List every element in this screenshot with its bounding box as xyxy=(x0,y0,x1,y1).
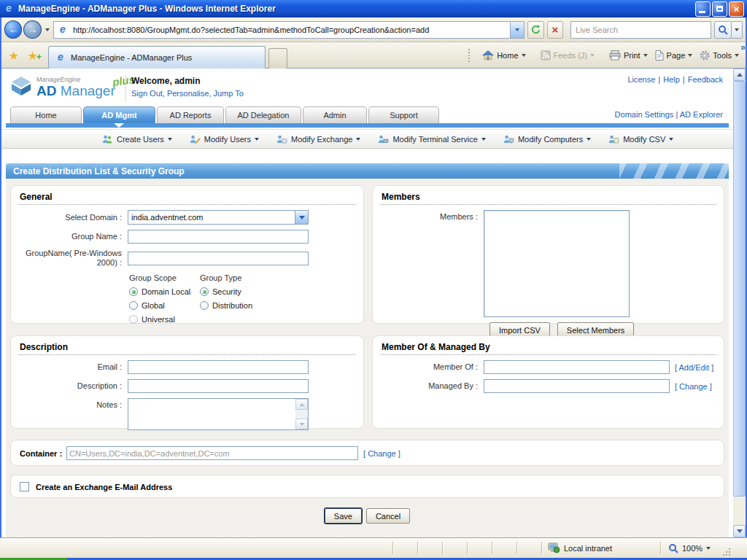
status-cell xyxy=(393,538,417,558)
arrow-down-icon xyxy=(300,423,304,426)
minimize-icon xyxy=(699,11,705,13)
top-links: License|Help|Feedback xyxy=(627,75,723,84)
tab-ad-reports[interactable]: AD Reports xyxy=(157,106,224,123)
radio-universal[interactable]: Universal xyxy=(129,315,200,324)
radio-icon[interactable] xyxy=(200,287,209,296)
print-button[interactable]: Print xyxy=(605,50,651,61)
search-dropdown-button[interactable] xyxy=(732,21,743,39)
active-tab-notch xyxy=(114,123,124,128)
container-change-link[interactable]: [ Change ] xyxy=(363,449,400,458)
menu-label: Create Users xyxy=(117,135,164,144)
radio-domain-local[interactable]: Domain Local xyxy=(129,287,200,296)
chevron-down-icon xyxy=(688,54,692,57)
select-domain-dropdown[interactable]: india.adventnet.com xyxy=(128,210,309,225)
chevron-down-icon xyxy=(255,138,259,141)
forward-button[interactable] xyxy=(23,20,41,39)
general-title: General xyxy=(11,186,363,204)
scrollbar-up-button[interactable] xyxy=(733,69,746,81)
menu-modify-computers[interactable]: Modify Computers xyxy=(503,135,591,144)
menu-create-users[interactable]: Create Users xyxy=(102,135,172,144)
save-button[interactable]: Save xyxy=(325,508,362,524)
toolbar-drag-handle[interactable] xyxy=(468,49,471,62)
textarea-scrollbar xyxy=(295,399,308,429)
address-bar-row xyxy=(0,18,747,42)
session-links[interactable]: Sign Out, Personalise, Jump To xyxy=(131,89,244,98)
toolbar-more-button[interactable]: » xyxy=(740,42,746,52)
resize-grip[interactable] xyxy=(722,548,732,557)
new-tab-button[interactable] xyxy=(268,48,287,69)
feeds-button[interactable]: Feeds (J) xyxy=(537,50,598,61)
radio-icon[interactable] xyxy=(129,315,138,324)
minimize-button[interactable] xyxy=(695,1,711,17)
maximize-button[interactable] xyxy=(712,1,727,17)
radio-distribution[interactable]: Distribution xyxy=(200,301,252,310)
feedback-link[interactable]: Feedback xyxy=(688,75,723,84)
menu-modify-exchange[interactable]: Modify Exchange xyxy=(276,135,360,144)
scrollbar-thumb[interactable] xyxy=(733,81,746,497)
menu-modify-terminal-service[interactable]: Modify Terminal Service xyxy=(378,135,486,144)
feeds-label: Feeds (J) xyxy=(554,51,587,60)
radio-icon[interactable] xyxy=(200,301,209,310)
link-separator: | xyxy=(683,75,685,84)
tools-button[interactable]: Tools xyxy=(696,50,743,61)
members-listbox[interactable] xyxy=(484,210,630,317)
zoom-control[interactable]: 100% xyxy=(661,538,721,558)
refresh-button[interactable] xyxy=(527,21,544,39)
notes-textarea[interactable] xyxy=(128,398,309,430)
menu-modify-csv[interactable]: Modify CSV xyxy=(608,135,673,144)
radio-security[interactable]: Security xyxy=(200,287,252,296)
tab-support[interactable]: Support xyxy=(368,106,439,123)
close-button[interactable]: × xyxy=(729,1,744,17)
description-label: Description : xyxy=(20,381,128,391)
address-dropdown-button[interactable] xyxy=(510,22,524,38)
brand-ad: AD xyxy=(36,83,56,98)
browser-tab[interactable]: ManageEngine - ADManager Plus xyxy=(48,46,266,69)
page-label: Page xyxy=(667,51,686,60)
tab-home[interactable]: Home xyxy=(10,106,82,123)
scroll-up-button[interactable] xyxy=(295,399,308,410)
search-button[interactable] xyxy=(714,21,732,39)
scrollbar-down-button[interactable] xyxy=(733,525,746,537)
favorites-star-icon[interactable] xyxy=(6,48,22,64)
stop-button[interactable] xyxy=(547,21,564,39)
managed-by-change-link[interactable]: [ Change ] xyxy=(675,382,712,391)
group-name-input[interactable] xyxy=(128,230,309,244)
menu-label: Modify Computers xyxy=(518,135,583,144)
cancel-button[interactable]: Cancel xyxy=(366,508,410,524)
email-input[interactable] xyxy=(128,360,309,374)
dropdown-button[interactable] xyxy=(295,211,308,224)
ad-explorer-link[interactable]: AD Explorer xyxy=(680,110,723,119)
scroll-down-button[interactable] xyxy=(295,419,308,429)
menu-modify-users[interactable]: Modify Users xyxy=(190,135,259,144)
radio-global[interactable]: Global xyxy=(129,301,200,310)
pre-windows-2000-input[interactable] xyxy=(128,252,309,265)
member-of-input[interactable] xyxy=(484,360,670,374)
domain-settings-link[interactable]: Domain Settings xyxy=(615,110,674,119)
radio-icon[interactable] xyxy=(129,301,138,310)
managed-by-input[interactable] xyxy=(484,379,670,393)
tab-ad-delegation[interactable]: AD Delegation xyxy=(225,106,301,123)
page-button[interactable]: Page xyxy=(651,50,697,61)
license-link[interactable]: License xyxy=(627,75,655,84)
pre-windows-2000-label: GroupName( Pre-Windows 2000) : xyxy=(20,249,128,268)
tools-label: Tools xyxy=(713,51,732,60)
page-scrollbar[interactable] xyxy=(733,69,746,537)
help-link[interactable]: Help xyxy=(663,75,680,84)
add-favorite-icon[interactable] xyxy=(25,48,41,64)
ie-logo-icon xyxy=(3,3,15,15)
exchange-checkbox[interactable] xyxy=(20,482,29,491)
address-input[interactable] xyxy=(71,25,510,35)
search-input[interactable] xyxy=(574,25,708,35)
page-icon xyxy=(655,50,664,61)
description-input[interactable] xyxy=(128,379,309,393)
tab-admin[interactable]: Admin xyxy=(303,106,367,123)
add-edit-link[interactable]: [ Add/Edit ] xyxy=(675,363,713,372)
tab-ad-mgmt[interactable]: AD Mgmt xyxy=(83,106,155,123)
history-dropdown-icon[interactable] xyxy=(45,28,50,31)
container-input[interactable] xyxy=(66,446,358,460)
radio-icon[interactable] xyxy=(129,287,138,296)
back-button[interactable] xyxy=(4,20,22,39)
home-button[interactable]: Home xyxy=(479,50,529,61)
group-scope-label: Group Scope xyxy=(129,273,200,282)
chevron-down-icon xyxy=(587,138,591,141)
